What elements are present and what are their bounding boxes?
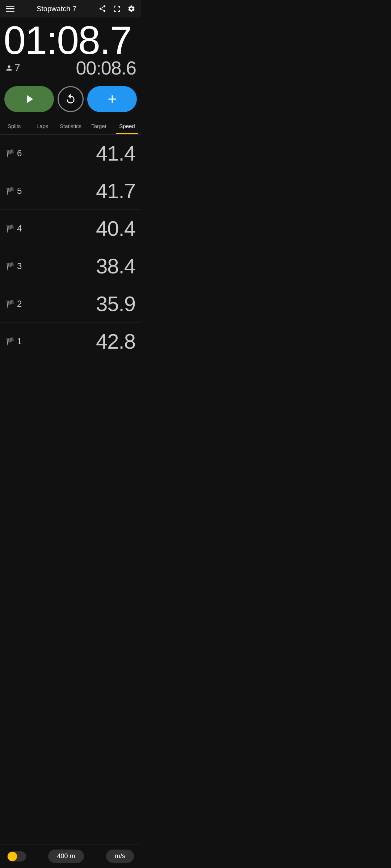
person-icon	[5, 64, 13, 72]
split-value-3: 38.4	[96, 254, 135, 278]
flag-icon-2: 🏴	[6, 299, 15, 308]
flag-icon-4: 🏴	[6, 224, 15, 233]
app-title: Stopwatch 7	[37, 5, 76, 13]
tab-bar: Splits Laps Statistics Target Speed	[0, 118, 141, 135]
timer-display: 01:08.7 7 00:08.6	[0, 17, 141, 79]
split-value-6: 41.4	[96, 141, 135, 165]
play-button[interactable]	[4, 86, 54, 112]
splits-list: 🏴 6 41.4 🏴 5 41.7 🏴 4 40.4 🏴 3 38.4 🏴 2	[0, 135, 141, 360]
screen-icon[interactable]	[113, 5, 121, 13]
split-row-3: 🏴 3 38.4	[0, 247, 141, 285]
split-label-1: 🏴 1	[6, 336, 22, 346]
top-bar: Stopwatch 7	[0, 0, 141, 17]
tab-speed[interactable]: Speed	[113, 118, 141, 134]
split-value-5: 41.7	[96, 179, 135, 203]
flag-icon-3: 🏴	[6, 262, 15, 271]
split-row-1: 🏴 1 42.8	[0, 323, 141, 360]
tab-laps[interactable]: Laps	[28, 118, 56, 134]
settings-icon[interactable]	[127, 5, 135, 13]
play-icon	[23, 93, 36, 106]
flag-icon-1: 🏴	[6, 337, 15, 346]
plus-icon	[106, 93, 119, 106]
tab-splits[interactable]: Splits	[0, 118, 28, 134]
lap-button[interactable]	[87, 86, 137, 112]
split-row-2: 🏴 2 35.9	[0, 285, 141, 323]
svg-marker-3	[27, 95, 33, 103]
menu-icon[interactable]	[6, 4, 14, 13]
tab-statistics[interactable]: Statistics	[56, 118, 85, 134]
flag-icon-6: 🏴	[6, 149, 15, 158]
split-value-4: 40.4	[96, 216, 135, 241]
split-row-6: 🏴 6 41.4	[0, 135, 141, 172]
controls-row	[0, 79, 141, 118]
split-label-6: 🏴 6	[6, 148, 22, 158]
top-bar-actions	[98, 5, 135, 13]
split-label-3: 🏴 3	[6, 261, 22, 271]
svg-rect-2	[6, 11, 14, 12]
reset-button[interactable]	[58, 86, 84, 112]
timer-primary: 01:08.7	[4, 20, 138, 60]
svg-rect-1	[6, 8, 14, 9]
split-row-4: 🏴 4 40.4	[0, 210, 141, 247]
svg-rect-0	[6, 6, 14, 7]
reset-icon	[65, 93, 76, 105]
split-value-2: 35.9	[96, 292, 135, 316]
lap-number: 7	[14, 62, 20, 74]
split-label-2: 🏴 2	[6, 299, 22, 309]
timer-secondary: 00:08.6	[76, 57, 136, 79]
split-row-5: 🏴 5 41.7	[0, 172, 141, 210]
tab-target[interactable]: Target	[85, 118, 113, 134]
split-label-4: 🏴 4	[6, 224, 22, 234]
flag-icon-5: 🏴	[6, 187, 15, 195]
split-label-5: 🏴 5	[6, 186, 22, 196]
split-value-1: 42.8	[96, 329, 135, 353]
share-icon[interactable]	[98, 5, 106, 13]
lap-counter: 7	[5, 62, 20, 74]
